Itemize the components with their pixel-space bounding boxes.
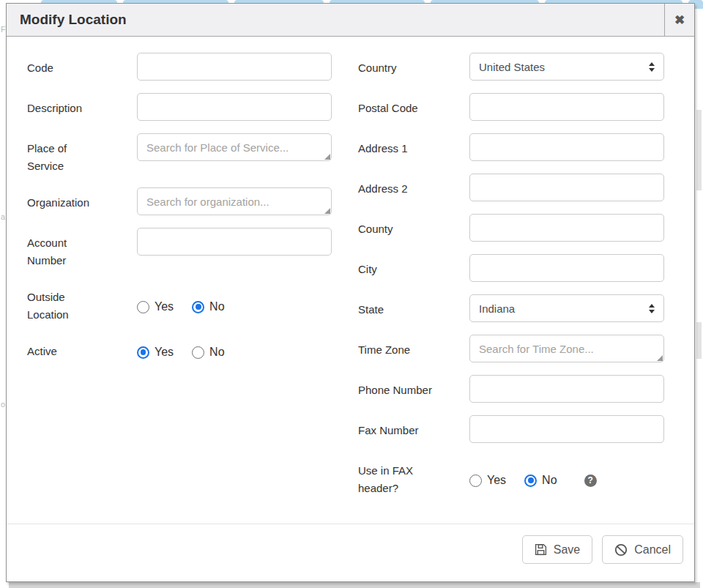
- background-text-fragment: Fa: [1, 25, 6, 34]
- cancel-ban-icon: [614, 543, 628, 557]
- help-icon[interactable]: ?: [584, 475, 597, 487]
- code-label: Code: [27, 53, 137, 81]
- dialog-title: Modify Location: [7, 4, 664, 36]
- background-text-fragment: a: [1, 212, 5, 221]
- outside-location-radio-group: Yes No: [137, 282, 332, 324]
- use-in-fax-yes-label[interactable]: Yes: [487, 474, 506, 487]
- close-icon: ✖: [674, 12, 685, 28]
- organization-search-input[interactable]: [137, 187, 332, 215]
- dialog-footer: Save Cancel: [7, 524, 694, 581]
- resize-corner-icon: [324, 154, 330, 160]
- state-label: State: [358, 294, 469, 322]
- outside-location-no-label[interactable]: No: [209, 300, 224, 313]
- modify-location-dialog: Modify Location ✖ Code Description Place…: [6, 3, 695, 582]
- postal-code-input[interactable]: [469, 93, 664, 121]
- active-label: Active: [27, 336, 137, 360]
- description-label: Description: [27, 93, 137, 121]
- save-floppy-icon: [535, 543, 547, 556]
- modal-shadow: [9, 582, 700, 588]
- active-yes-radio[interactable]: [137, 346, 149, 359]
- state-select-value: Indiana: [479, 302, 515, 315]
- save-button-label: Save: [554, 543, 580, 557]
- description-input[interactable]: [137, 93, 332, 121]
- country-select-value: United States: [479, 61, 545, 73]
- place-of-service-search-input[interactable]: [137, 133, 332, 161]
- organization-label: Organization: [27, 187, 137, 215]
- cancel-button[interactable]: Cancel: [602, 535, 683, 564]
- address-1-label: Address 1: [358, 133, 469, 161]
- updown-caret-icon: [649, 62, 655, 72]
- county-label: County: [358, 214, 469, 242]
- form-column-left: Code Description Place of Service Organi…: [27, 53, 332, 524]
- cancel-button-label: Cancel: [634, 543, 671, 557]
- updown-caret-icon: [649, 304, 655, 313]
- city-input[interactable]: [469, 254, 664, 282]
- country-label: Country: [358, 53, 469, 81]
- fax-number-input[interactable]: [469, 415, 664, 443]
- time-zone-label: Time Zone: [358, 335, 469, 362]
- active-no-label[interactable]: No: [209, 346, 224, 359]
- use-in-fax-no-radio[interactable]: [524, 475, 537, 487]
- state-select[interactable]: Indiana: [469, 294, 664, 322]
- use-in-fax-header-radio-group: Yes No ?: [469, 455, 664, 497]
- address-2-label: Address 2: [358, 174, 469, 201]
- outside-location-yes-label[interactable]: Yes: [155, 300, 174, 313]
- account-number-label: Account Number: [27, 228, 137, 269]
- background-left-edge: Fa a o: [0, 0, 6, 582]
- country-select[interactable]: United States: [469, 53, 664, 81]
- active-no-radio[interactable]: [192, 346, 204, 359]
- outside-location-yes-radio[interactable]: [137, 301, 149, 313]
- use-in-fax-header-label: Use in FAX header?: [358, 455, 469, 497]
- phone-number-input[interactable]: [469, 375, 664, 403]
- outside-location-label: Outside Location: [27, 282, 137, 324]
- phone-number-label: Phone Number: [358, 375, 469, 403]
- account-number-input[interactable]: [137, 228, 332, 256]
- form-column-right: Country United States Postal Code Addres…: [358, 53, 664, 524]
- dialog-body: Code Description Place of Service Organi…: [7, 37, 694, 524]
- dialog-header: Modify Location ✖: [7, 4, 694, 37]
- postal-code-label: Postal Code: [358, 93, 469, 121]
- code-input[interactable]: [137, 53, 332, 81]
- place-of-service-label: Place of Service: [27, 133, 137, 175]
- city-label: City: [358, 254, 469, 282]
- save-button[interactable]: Save: [522, 535, 592, 564]
- active-radio-group: Yes No: [137, 336, 332, 360]
- resize-corner-icon: [324, 208, 330, 214]
- outside-location-no-radio[interactable]: [192, 301, 204, 313]
- background-text-fragment: o: [1, 400, 5, 409]
- time-zone-search-input[interactable]: [469, 335, 664, 362]
- close-button[interactable]: ✖: [664, 4, 694, 36]
- use-in-fax-yes-radio[interactable]: [469, 475, 482, 487]
- active-yes-label[interactable]: Yes: [155, 346, 174, 359]
- background-right-edge: [696, 0, 703, 582]
- page-root: { "background": { "fragments": ["Fa", "a…: [0, 0, 703, 588]
- resize-corner-icon: [657, 355, 663, 361]
- address-2-input[interactable]: [469, 174, 664, 201]
- address-1-input[interactable]: [469, 133, 664, 161]
- use-in-fax-no-label[interactable]: No: [542, 474, 557, 487]
- county-input[interactable]: [469, 214, 664, 242]
- fax-number-label: Fax Number: [358, 415, 469, 443]
